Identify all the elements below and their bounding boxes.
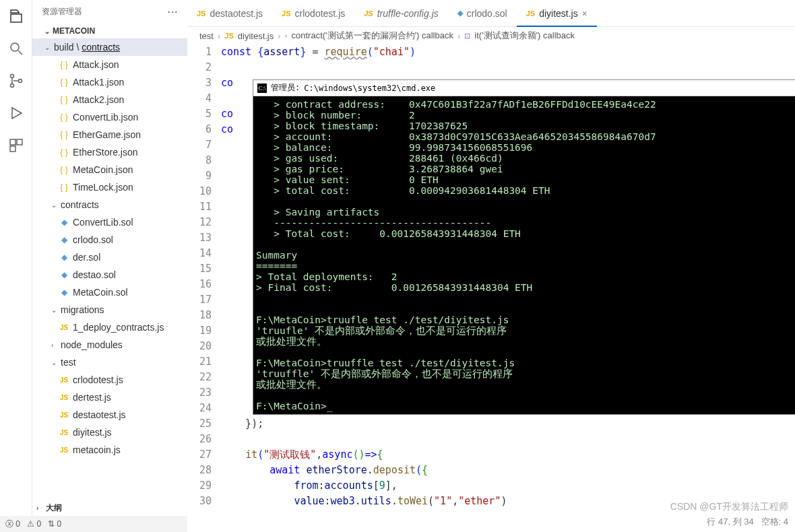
string: "测试取钱": [263, 448, 316, 461]
folder-contracts-link[interactable]: contracts: [82, 42, 120, 53]
sidebar-title: 资源管理器: [42, 6, 82, 18]
outline-section[interactable]: › 大纲: [32, 500, 187, 516]
file-item[interactable]: { }Attack1.json: [32, 73, 187, 91]
svg-rect-5: [17, 139, 22, 145]
file-item[interactable]: { }EtherGame.json: [32, 126, 187, 143]
line-number: 14: [187, 246, 212, 261]
file-item[interactable]: JSdiyitest.js: [32, 424, 187, 441]
identifier: assert: [263, 46, 300, 58]
editor-tab[interactable]: JScrlodotest.js: [272, 0, 354, 26]
line-number: 23: [187, 385, 212, 401]
line-number: 4: [187, 91, 212, 106]
file-label: diyitest.js: [73, 427, 112, 438]
close-icon[interactable]: ×: [582, 8, 587, 19]
file-item[interactable]: JSdestaotest.js: [32, 406, 187, 424]
code-fragment: co: [221, 108, 233, 120]
editor-tab[interactable]: ◆crlodo.sol: [448, 0, 517, 26]
file-label: EtherStore.json: [73, 147, 138, 158]
search-icon[interactable]: [7, 39, 26, 58]
terminal-titlebar[interactable]: C:\ 管理员: C:\windows\system32\cmd.exe: [253, 80, 795, 96]
file-item[interactable]: ◆ConvertLib.sol: [32, 213, 187, 231]
explorer-icon[interactable]: [7, 7, 26, 26]
svg-point-0: [11, 43, 19, 51]
file-item[interactable]: JScrlodotest.js: [32, 371, 187, 389]
ports-count[interactable]: ⇅ 0: [48, 519, 61, 529]
file-label: 1_deploy_contracts.js: [73, 322, 164, 333]
line-number: 8: [187, 153, 212, 168]
warnings-count[interactable]: ⚠ 0: [27, 519, 41, 529]
editor-tab[interactable]: JStruffle-config.js: [354, 0, 448, 26]
file-item[interactable]: { }EtherStore.json: [32, 143, 187, 161]
number: 9: [379, 479, 385, 492]
breadcrumb[interactable]: test › JS diyitest.js › ▫ contract('测试第一…: [187, 27, 795, 44]
file-item[interactable]: { }Attack2.json: [32, 91, 187, 108]
chevron-right-icon: ›: [36, 504, 46, 512]
line-number: 15: [187, 261, 212, 277]
file-item[interactable]: { }Attack.json: [32, 56, 187, 73]
svg-point-1: [10, 75, 13, 78]
breadcrumb-file[interactable]: diyitest.js: [238, 31, 274, 41]
line-number: 16: [187, 277, 212, 292]
terminal-window[interactable]: C:\ 管理员: C:\windows\system32\cmd.exe > c…: [253, 79, 795, 415]
sidebar: 资源管理器 ⋯ ⌄ METACOIN ⌄ build \ contracts {…: [32, 0, 187, 532]
section-label: 大纲: [46, 502, 62, 514]
folder-test[interactable]: ⌄ test: [32, 354, 187, 371]
file-item[interactable]: ◆destao.sol: [32, 266, 187, 284]
cmd-icon: C:\: [257, 84, 267, 93]
chevron-down-icon: ⌄: [44, 28, 50, 35]
cursor-position[interactable]: 行 47, 列 34: [707, 517, 753, 527]
keyword: async: [322, 448, 352, 461]
file-item[interactable]: JSdertest.js: [32, 389, 187, 406]
file-item[interactable]: { }TimeLock.json: [32, 178, 187, 196]
editor-tab[interactable]: JSdestaotest.js: [187, 0, 272, 26]
extensions-icon[interactable]: [7, 136, 26, 155]
terminal-title-path: C:\windows\system32\cmd.exe: [304, 84, 435, 93]
chevron-down-icon: ⌄: [44, 44, 54, 51]
breadcrumb-root[interactable]: test: [199, 31, 214, 41]
file-item[interactable]: JSmetacoin.js: [32, 441, 187, 459]
errors-count[interactable]: ⓧ 0: [5, 519, 20, 530]
folder-contracts[interactable]: ⌄ contracts: [32, 196, 187, 213]
debug-icon[interactable]: [7, 104, 26, 123]
tab-label: truffle-config.js: [377, 8, 439, 19]
file-label: Attack2.json: [73, 94, 124, 105]
folder-migrations[interactable]: ⌄ migrations: [32, 301, 187, 319]
folder-node-modules[interactable]: › node_modules: [32, 336, 187, 354]
keyword: await: [269, 464, 300, 476]
file-item[interactable]: JS1_deploy_contracts.js: [32, 319, 187, 336]
file-label: MetaCoin.sol: [73, 287, 128, 298]
line-gutter: 1234567891011121314151617181920212223242…: [187, 44, 221, 532]
sidebar-more-icon[interactable]: ⋯: [167, 5, 178, 18]
file-tree: ⌄ build \ contracts { }Attack.json{ }Att…: [32, 38, 187, 500]
prop: from: [294, 479, 318, 492]
folder-build[interactable]: ⌄ build \ contracts: [32, 38, 187, 56]
line-number: 25: [187, 416, 212, 432]
file-item[interactable]: ◆crlodo.sol: [32, 231, 187, 248]
terminal-body[interactable]: > contract address: 0x47C601B3f22a7fADf1…: [253, 96, 795, 414]
folder-label: migrations: [61, 304, 104, 315]
file-label: destao.sol: [73, 269, 116, 280]
indent-info[interactable]: 空格: 4: [761, 517, 788, 527]
file-item[interactable]: { }MetaCoin.json: [32, 161, 187, 178]
file-item[interactable]: ◆der.sol: [32, 248, 187, 266]
breadcrumb-it[interactable]: it('测试查询余额') callback: [474, 30, 575, 42]
identifier: utils: [361, 495, 391, 507]
editor-tab[interactable]: JSdiyitest.js×: [517, 0, 597, 26]
source-control-icon[interactable]: [7, 71, 26, 90]
chevron-right-icon: ›: [51, 341, 61, 349]
file-item[interactable]: { }ConvertLib.json: [32, 108, 187, 126]
file-label: ConvertLib.sol: [73, 217, 133, 228]
project-header[interactable]: ⌄ METACOIN: [32, 24, 187, 38]
line-number: 18: [187, 308, 212, 323]
breadcrumb-contract[interactable]: contract('测试第一套的漏洞合约') callback: [292, 30, 453, 42]
watermark: CSDN @GT开发算法工程师: [670, 501, 788, 513]
file-item[interactable]: ◆MetaCoin.sol: [32, 284, 187, 301]
statusbar-right: 行 47, 列 34 空格: 4: [707, 516, 788, 528]
statusbar-left: ⓧ 0 ⚠ 0 ⇅ 0: [0, 516, 187, 532]
svg-point-3: [18, 79, 22, 83]
method: deposit: [373, 464, 416, 476]
line-number: 29: [187, 478, 212, 494]
fn-call: it: [245, 448, 257, 461]
line-number: 11: [187, 199, 212, 215]
svg-rect-4: [10, 139, 15, 145]
